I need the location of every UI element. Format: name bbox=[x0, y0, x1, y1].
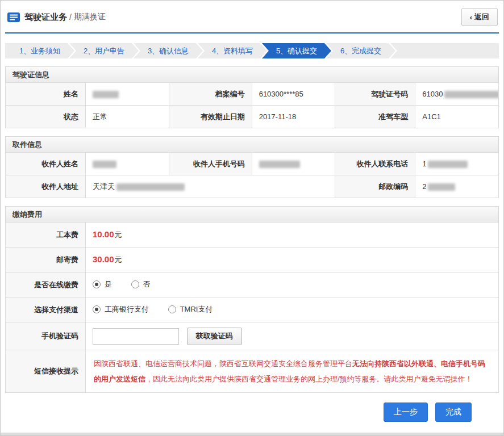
file-no-value: 610300****85 bbox=[252, 83, 335, 106]
recipient-label: 收件人姓名 bbox=[6, 153, 86, 175]
redacted-value bbox=[428, 161, 468, 168]
radio-unselected-icon bbox=[168, 305, 176, 313]
zip-value: 2 bbox=[415, 175, 499, 198]
page-header: 驾驶证业务 / 期满换证 ‹ 返回 bbox=[1, 1, 503, 32]
page-title: 驾驶证业务 bbox=[24, 12, 67, 23]
table-row: 选择支付渠道 工商银行支付 TMRI支付 bbox=[6, 297, 499, 322]
file-no-label: 档案编号 bbox=[169, 83, 252, 106]
table-row: 是否在线缴费 是 否 bbox=[6, 272, 499, 297]
license-no-value: 61030 bbox=[415, 83, 499, 106]
online-pay-label: 是否在线缴费 bbox=[6, 272, 86, 297]
expiry-value: 2017-11-18 bbox=[252, 106, 335, 128]
online-pay-no-label: 否 bbox=[143, 279, 151, 290]
online-pay-yes-radio[interactable]: 是 bbox=[93, 279, 112, 290]
pickup-info-table: 收件人姓名 收件人手机号码 收件人联系电话 1 收件人地址 天津天 邮政编码 2 bbox=[5, 152, 499, 198]
finish-button[interactable]: 完成 bbox=[435, 403, 472, 422]
online-pay-options: 是 否 bbox=[86, 272, 499, 297]
radio-unselected-icon bbox=[131, 280, 139, 288]
online-pay-yes-label: 是 bbox=[105, 279, 112, 290]
license-info-table: 姓名 档案编号 610300****85 驾驶证号码 61030 状态 正常 有… bbox=[5, 82, 499, 128]
header-divider bbox=[5, 32, 499, 33]
step-breadcrumb-filler bbox=[390, 43, 499, 58]
sms-code-label: 手机验证码 bbox=[6, 322, 86, 350]
vehicle-value: A1C1 bbox=[415, 106, 499, 128]
expiry-label: 有效期止日期 bbox=[169, 106, 252, 128]
postage-amount: 30.00 bbox=[93, 254, 114, 264]
table-row: 短信接收提示 因陕西省联通、电信运营商技术问题，陕西省互联网交通安全综合服务管理… bbox=[6, 350, 499, 393]
phone-label: 收件人联系电话 bbox=[335, 153, 415, 175]
mobile-label: 收件人手机号码 bbox=[169, 153, 252, 175]
channel-icbc-radio[interactable]: 工商银行支付 bbox=[93, 304, 149, 315]
channel-options: 工商银行支付 TMRI支付 bbox=[86, 297, 499, 322]
pickup-section-title: 取件信息 bbox=[5, 136, 499, 153]
sms-notice-text: 因陕西省联通、电信运营商技术问题，陕西省互联网交通安全综合服务管理平台无法向持陕… bbox=[86, 350, 499, 393]
step-tab-3[interactable]: 3、确认信息 bbox=[134, 43, 203, 58]
table-row: 邮寄费 30.00元 bbox=[6, 248, 499, 272]
table-row: 手机验证码 获取验证码 bbox=[6, 322, 499, 350]
address-label: 收件人地址 bbox=[6, 175, 86, 198]
payment-table: 工本费 10.00元 邮寄费 30.00元 是否在线缴费 是 否 bbox=[5, 222, 499, 393]
step-tab-4[interactable]: 4、资料填写 bbox=[198, 43, 267, 58]
back-button[interactable]: ‹ 返回 bbox=[461, 8, 498, 26]
redacted-value bbox=[93, 161, 116, 168]
step-tab-6[interactable]: 6、完成提交 bbox=[326, 43, 395, 58]
notice-part1: 因陕西省联通、电信运营商技术问题，陕西省互联网交通安全综合服务管理平台 bbox=[94, 359, 352, 368]
license-section-title: 驾驶证信息 bbox=[5, 66, 499, 83]
vehicle-label: 准驾车型 bbox=[335, 106, 415, 128]
radio-selected-icon bbox=[93, 305, 101, 313]
mobile-value bbox=[252, 153, 335, 175]
page-bottom-strip bbox=[1, 433, 503, 435]
channel-tmri-radio[interactable]: TMRI支付 bbox=[168, 304, 213, 315]
table-row: 收件人姓名 收件人手机号码 收件人联系电话 1 bbox=[6, 153, 499, 175]
fee-amount: 10.00 bbox=[93, 229, 114, 239]
zip-label: 邮政编码 bbox=[335, 175, 415, 198]
page: 驾驶证业务 / 期满换证 ‹ 返回 1、业务须知 2、用户申告 3、确认信息 4… bbox=[0, 0, 504, 436]
redacted-value bbox=[444, 91, 498, 98]
address-value: 天津天 bbox=[86, 175, 335, 198]
previous-step-button[interactable]: 上一步 bbox=[384, 403, 428, 422]
postage-value: 30.00元 bbox=[86, 248, 499, 272]
redacted-value bbox=[428, 183, 455, 191]
status-label: 状态 bbox=[6, 106, 86, 128]
status-value: 正常 bbox=[86, 106, 169, 128]
step-tab-2[interactable]: 2、用户申告 bbox=[69, 43, 139, 58]
chevron-left-icon: ‹ bbox=[470, 13, 472, 22]
license-no-label: 驾驶证号码 bbox=[335, 83, 415, 106]
license-info-section: 驾驶证信息 姓名 档案编号 610300****85 驾驶证号码 61030 状… bbox=[5, 66, 499, 128]
breadcrumb-current: 期满换证 bbox=[74, 12, 106, 22]
table-row: 收件人地址 天津天 邮政编码 2 bbox=[6, 175, 499, 198]
payment-section: 缴纳费用 工本费 10.00元 邮寄费 30.00元 是否在线缴费 是 bbox=[5, 206, 499, 393]
pickup-info-section: 取件信息 收件人姓名 收件人手机号码 收件人联系电话 1 收件人地址 天津天 邮… bbox=[5, 136, 499, 198]
step-breadcrumb: 1、业务须知 2、用户申告 3、确认信息 4、资料填写 5、确认提交 6、完成提… bbox=[5, 43, 499, 58]
name-label: 姓名 bbox=[6, 83, 86, 106]
step-tab-5-active[interactable]: 5、确认提交 bbox=[262, 43, 331, 58]
step-tab-1[interactable]: 1、业务须知 bbox=[5, 43, 74, 58]
sms-notice-label: 短信接收提示 bbox=[6, 350, 86, 393]
get-code-button[interactable]: 获取验证码 bbox=[187, 328, 242, 345]
sms-code-input[interactable] bbox=[93, 328, 179, 345]
postage-unit: 元 bbox=[115, 255, 122, 264]
table-row: 状态 正常 有效期止日期 2017-11-18 准驾车型 A1C1 bbox=[6, 106, 499, 128]
fee-value: 10.00元 bbox=[86, 223, 499, 248]
postage-label: 邮寄费 bbox=[6, 248, 86, 272]
redacted-value bbox=[116, 183, 185, 191]
back-button-label: 返回 bbox=[474, 12, 489, 22]
payment-section-title: 缴纳费用 bbox=[5, 206, 499, 223]
sms-code-field-cell: 获取验证码 bbox=[86, 322, 499, 350]
breadcrumb-separator: / bbox=[69, 12, 72, 22]
fee-label: 工本费 bbox=[6, 223, 86, 248]
online-pay-no-radio[interactable]: 否 bbox=[131, 279, 151, 290]
table-row: 姓名 档案编号 610300****85 驾驶证号码 61030 bbox=[6, 83, 499, 106]
document-list-icon bbox=[7, 12, 20, 22]
notice-part3: ，因此无法向此类用户提供陕西省交通管理业务的网上办理/预约等服务。请此类用户避免… bbox=[145, 375, 473, 383]
channel-label: 选择支付渠道 bbox=[6, 297, 86, 322]
channel-tmri-label: TMRI支付 bbox=[180, 304, 213, 315]
redacted-value bbox=[93, 91, 119, 98]
channel-icbc-label: 工商银行支付 bbox=[105, 304, 149, 315]
redacted-value bbox=[259, 161, 300, 168]
name-value bbox=[86, 83, 169, 106]
footer-actions: 上一步 完成 bbox=[1, 393, 503, 422]
fee-unit: 元 bbox=[115, 230, 122, 239]
radio-selected-icon bbox=[93, 280, 101, 288]
recipient-value bbox=[86, 153, 169, 175]
